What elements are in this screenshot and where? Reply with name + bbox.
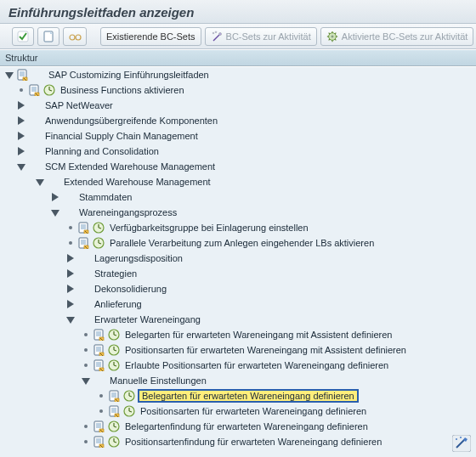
tree-label: Stammdaten [76, 191, 134, 203]
bullet [80, 436, 92, 448]
tree-row[interactable]: SAP NetWeaver [0, 98, 476, 113]
expand-handle[interactable] [49, 191, 61, 203]
tree-row[interactable]: Parallele Verarbeitung zum Anlegen einge… [0, 235, 476, 251]
tree-label: Verfügbarkeitsgruppe bei Einlagerung ein… [107, 222, 311, 234]
expand-handle[interactable] [65, 298, 76, 310]
doc-note-icon[interactable] [92, 420, 105, 433]
doc-note-icon[interactable] [76, 221, 90, 234]
expand-handle[interactable] [15, 145, 27, 157]
doc-note-icon[interactable] [92, 328, 105, 341]
doc-note-icon[interactable] [107, 389, 121, 403]
tree-row[interactable]: Strategien [0, 266, 476, 281]
existing-bcsets-button[interactable]: Existierende BC-Sets [100, 27, 201, 46]
bcsets-activity-button[interactable]: BC-Sets zur Aktivität [205, 27, 317, 46]
bullet [80, 420, 92, 432]
tree-row[interactable]: Anwendungsübergreifende Komponenten [0, 113, 476, 128]
bullet [65, 237, 76, 249]
activity-icon[interactable] [122, 404, 136, 418]
tree-label: Planning and Consolidation [42, 145, 162, 157]
expand-handle[interactable] [49, 206, 61, 218]
tree-label: Lagerungsdisposition [92, 252, 185, 264]
doc-note-icon[interactable] [27, 83, 41, 97]
bullet [95, 390, 107, 402]
expand-handle[interactable] [15, 115, 27, 127]
tree-label: Positionsarten für erwarteten Wareneinga… [122, 344, 409, 356]
existing-bcsets-label: Existierende BC-Sets [106, 31, 196, 42]
tree-row[interactable]: Stammdaten [0, 189, 476, 205]
check-icon [17, 31, 29, 42]
tree-row[interactable]: Verfügbarkeitsgruppe bei Einlagerung ein… [0, 220, 476, 235]
document-button[interactable] [37, 27, 60, 46]
tree-row[interactable]: Belegartenfindung für erwarteten Warenei… [0, 419, 476, 434]
panel-header-label: Struktur [5, 53, 38, 63]
tree-row[interactable]: SCM Extended Warehouse Management [0, 159, 476, 174]
expand-handle[interactable] [80, 375, 92, 386]
expand-handle[interactable] [15, 161, 27, 172]
tree-row[interactable]: Positionsarten für erwarteten Wareneinga… [0, 403, 476, 419]
tree-row[interactable]: Positionsartenfindung für erwarteten War… [0, 434, 476, 449]
tree-label: Wareneingangsprozess [76, 206, 179, 218]
activity-icon[interactable] [107, 420, 121, 433]
tree-row[interactable]: Business Functions aktivieren [0, 82, 476, 98]
tree-label: Strategien [92, 268, 139, 279]
activity-icon[interactable] [107, 358, 121, 372]
activity-icon[interactable] [42, 83, 56, 97]
doc-note-icon[interactable] [92, 343, 105, 357]
tree-row[interactable]: Anlieferung [0, 296, 476, 312]
expand-handle[interactable] [65, 252, 76, 264]
tree-row[interactable]: Planning and Consolidation [0, 144, 476, 159]
expand-handle[interactable] [3, 69, 15, 81]
tree-label: Erlaubte Positionsarten für erwarteten W… [122, 359, 391, 371]
wand-icon [211, 31, 223, 42]
tree-row-selected[interactable]: Belegarten für erwarteten Wareneingang d… [0, 388, 476, 403]
activated-bcsets-button[interactable]: Aktivierte BC-Sets zur Aktivität [320, 27, 474, 46]
activity-icon[interactable] [107, 435, 121, 449]
tree-row[interactable]: Lagerungsdisposition [0, 251, 476, 266]
tree-row-root[interactable]: SAP Customizing Einführungsleitfaden [0, 67, 476, 82]
expand-handle[interactable] [15, 130, 27, 142]
expand-handle[interactable] [15, 99, 27, 111]
tree-label-selected: Belegarten für erwarteten Wareneingang d… [138, 389, 359, 403]
glasses-button[interactable] [63, 27, 87, 46]
expand-handle[interactable] [34, 176, 46, 188]
tree-row[interactable]: Wareneingangsprozess [0, 205, 476, 220]
doc-note-icon[interactable] [92, 435, 105, 449]
tree-row[interactable]: Positionsarten für erwarteten Wareneinga… [0, 342, 476, 358]
check-button[interactable] [12, 27, 34, 46]
tree-row[interactable]: Dekonsolidierung [0, 281, 476, 296]
tree-label: Business Functions aktivieren [58, 84, 187, 96]
tree-label: Belegarten für erwarteten Wareneingang m… [122, 329, 395, 341]
tree-label: SCM Extended Warehouse Management [42, 161, 218, 172]
tree-row[interactable]: Erlaubte Positionsarten für erwarteten W… [0, 358, 476, 373]
expand-handle[interactable] [65, 313, 76, 325]
wand-badge-icon[interactable] [452, 435, 471, 452]
bullet [80, 359, 92, 371]
activity-icon[interactable] [107, 343, 121, 357]
bullet [80, 329, 92, 341]
doc-note-icon[interactable] [15, 68, 29, 82]
tree-row[interactable]: Erwarteter Wareneingang [0, 312, 476, 327]
tree-row[interactable]: Manuelle Einstellungen [0, 373, 476, 388]
tree-label: Dekonsolidierung [92, 283, 169, 295]
activity-icon[interactable] [92, 236, 105, 250]
tree-label: Anlieferung [92, 298, 144, 310]
activity-icon[interactable] [107, 328, 121, 341]
tree-row[interactable]: Financial Supply Chain Management [0, 128, 476, 144]
doc-note-icon[interactable] [107, 404, 121, 418]
tree-label: SAP NetWeaver [42, 99, 116, 111]
tree-row[interactable]: Extended Warehouse Management [0, 174, 476, 189]
tree-label: Positionsarten für erwarteten Wareneinga… [138, 405, 369, 417]
tree-row[interactable]: Belegarten für erwarteten Wareneingang m… [0, 327, 476, 342]
doc-note-icon[interactable] [76, 236, 90, 250]
tree-label: Parallele Verarbeitung zum Anlegen einge… [107, 237, 377, 249]
doc-note-icon[interactable] [92, 358, 105, 372]
expand-handle[interactable] [65, 268, 76, 279]
activity-icon[interactable] [92, 221, 105, 234]
tree-label: Extended Warehouse Management [61, 176, 213, 188]
tree-label: Financial Supply Chain Management [42, 130, 201, 142]
activity-icon[interactable] [122, 389, 136, 403]
tree: SAP Customizing Einführungsleitfaden Bus… [0, 66, 476, 457]
panel-header: Struktur [0, 49, 476, 66]
bullet [95, 405, 107, 417]
expand-handle[interactable] [65, 283, 76, 295]
